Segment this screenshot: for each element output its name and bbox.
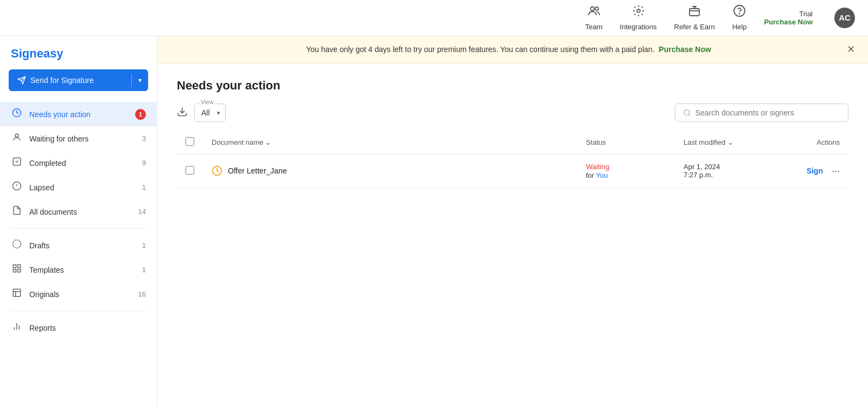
sidebar-item-completed[interactable]: Completed 9	[0, 151, 157, 175]
waiting-others-label: Waiting for others	[29, 134, 136, 143]
sign-button[interactable]: Sign	[807, 166, 823, 175]
search-box	[675, 104, 848, 122]
last-modified-sort-icon: ⌄	[727, 138, 733, 146]
modified-date: Apr 1, 2024	[684, 163, 720, 171]
toolbar-left: View All ▾	[177, 104, 226, 122]
completed-label: Completed	[29, 159, 136, 168]
help-nav[interactable]: Help	[732, 4, 747, 31]
nav-divider-2	[11, 311, 146, 311]
toolbar: View All ▾	[177, 104, 848, 122]
download-button[interactable]	[177, 106, 188, 120]
send-icon	[17, 76, 26, 85]
lapsed-nav-icon	[11, 181, 23, 194]
send-for-signature-button[interactable]: Send for Signature ▾	[9, 69, 148, 91]
all-docs-label: All documents	[29, 208, 132, 216]
banner-text: You have only got 4 days left to try our…	[170, 45, 847, 54]
refer-label: Refer & Earn	[674, 23, 715, 31]
send-button-wrapper: Send for Signature ▾	[0, 69, 157, 102]
banner-purchase-link[interactable]: Purchase Now	[659, 45, 711, 54]
row-actions-cell: Sign ···	[783, 155, 848, 188]
user-avatar[interactable]: AC	[834, 8, 855, 28]
page-content: Needs your action View All ▾	[157, 63, 868, 405]
integrations-nav[interactable]: Integrations	[620, 4, 657, 31]
logo[interactable]: Signeasy	[0, 42, 157, 69]
lapsed-label: Lapsed	[29, 183, 136, 192]
doc-name-text[interactable]: Offer Letter_Jane	[228, 166, 287, 175]
table-row: Offer Letter_Jane Waitingfor You Apr 1, …	[177, 155, 848, 188]
send-btn-dropdown-icon[interactable]: ▾	[132, 70, 148, 91]
modified-date-text: Apr 1, 2024 7:27 p.m.	[684, 163, 775, 179]
actions-content: Sign ···	[792, 165, 840, 177]
svg-point-6	[739, 14, 740, 14]
originals-label: Originals	[29, 290, 132, 299]
send-btn-main: Send for Signature	[9, 69, 131, 91]
sidebar-item-reports[interactable]: Reports	[0, 316, 157, 340]
nav-divider-1	[11, 228, 146, 229]
help-icon	[733, 4, 746, 21]
documents-table: Document name ⌄ Status Last modified ⌄ A…	[177, 131, 848, 188]
table-header: Document name ⌄ Status Last modified ⌄ A…	[177, 131, 848, 155]
doc-name-sort[interactable]: Document name ⌄	[212, 138, 569, 146]
sidebar-item-originals[interactable]: Originals 16	[0, 282, 157, 306]
templates-nav-icon	[11, 263, 23, 276]
banner-close-button[interactable]: ✕	[847, 43, 855, 55]
sidebar-item-needs-action[interactable]: Needs your action 1	[0, 102, 157, 126]
completed-count: 9	[142, 159, 146, 167]
team-nav[interactable]: Team	[585, 4, 603, 31]
send-btn-label: Send for Signature	[30, 76, 94, 85]
trial-label: Trial	[799, 10, 813, 18]
table-body: Offer Letter_Jane Waitingfor You Apr 1, …	[177, 155, 848, 188]
team-label: Team	[585, 23, 603, 31]
sidebar-item-all-documents[interactable]: All documents 14	[0, 200, 157, 224]
svg-point-5	[734, 5, 745, 16]
svg-line-28	[688, 114, 690, 116]
reports-label: Reports	[29, 324, 139, 332]
needs-action-label: Needs your action	[29, 110, 129, 119]
view-filter: View All ▾	[194, 104, 226, 122]
sidebar-item-waiting-others[interactable]: Waiting for others 3	[0, 126, 157, 151]
search-input[interactable]	[695, 108, 840, 117]
page-title: Needs your action	[177, 79, 848, 93]
svg-point-1	[595, 7, 598, 10]
more-options-button[interactable]: ···	[832, 165, 840, 177]
refer-nav[interactable]: Refer & Earn	[674, 4, 715, 31]
purchase-now-button[interactable]: Purchase Now	[764, 18, 813, 26]
waiting-others-count: 3	[142, 134, 146, 143]
banner-message: You have only got 4 days left to try our…	[306, 45, 654, 54]
svg-rect-16	[13, 265, 16, 267]
originals-count: 16	[138, 290, 146, 298]
sidebar: Signeasy Send for Signature ▾	[0, 36, 157, 405]
status-display: Waitingfor You	[586, 162, 666, 179]
sidebar-item-drafts[interactable]: Drafts 1	[0, 233, 157, 258]
needs-action-badge: 1	[135, 109, 146, 120]
integrations-label: Integrations	[620, 23, 657, 31]
select-all-checkbox[interactable]	[186, 137, 194, 146]
svg-rect-17	[18, 265, 21, 267]
refer-icon	[688, 4, 701, 21]
drafts-label: Drafts	[29, 241, 136, 250]
all-docs-count: 14	[138, 208, 146, 216]
originals-nav-icon	[11, 288, 23, 300]
row-status-cell: Waitingfor You	[577, 155, 675, 188]
svg-rect-3	[690, 9, 699, 16]
header-actions: Actions	[783, 131, 848, 155]
row-modified-cell: Apr 1, 2024 7:27 p.m.	[675, 155, 783, 188]
top-navigation: Team Integrations Refer & Earn	[0, 0, 868, 36]
sidebar-item-lapsed[interactable]: Lapsed 1	[0, 175, 157, 200]
view-select[interactable]: All	[194, 104, 226, 122]
row-checkbox[interactable]	[186, 166, 194, 175]
sidebar-item-templates[interactable]: Templates 1	[0, 258, 157, 282]
search-icon	[683, 108, 691, 117]
svg-point-27	[684, 110, 690, 115]
main-layout: Signeasy Send for Signature ▾	[0, 36, 868, 405]
templates-count: 1	[142, 266, 146, 274]
main-content: You have only got 4 days left to try our…	[157, 36, 868, 405]
row-doc-name-cell: Offer Letter_Jane	[203, 155, 577, 188]
templates-label: Templates	[29, 266, 136, 274]
svg-rect-19	[18, 269, 21, 272]
nav-items: Team Integrations Refer & Earn	[585, 4, 855, 31]
help-label: Help	[732, 23, 747, 31]
trial-purchase-section: Trial Purchase Now	[764, 10, 813, 26]
row-checkbox-cell	[177, 155, 203, 188]
last-modified-sort[interactable]: Last modified ⌄	[684, 138, 775, 146]
